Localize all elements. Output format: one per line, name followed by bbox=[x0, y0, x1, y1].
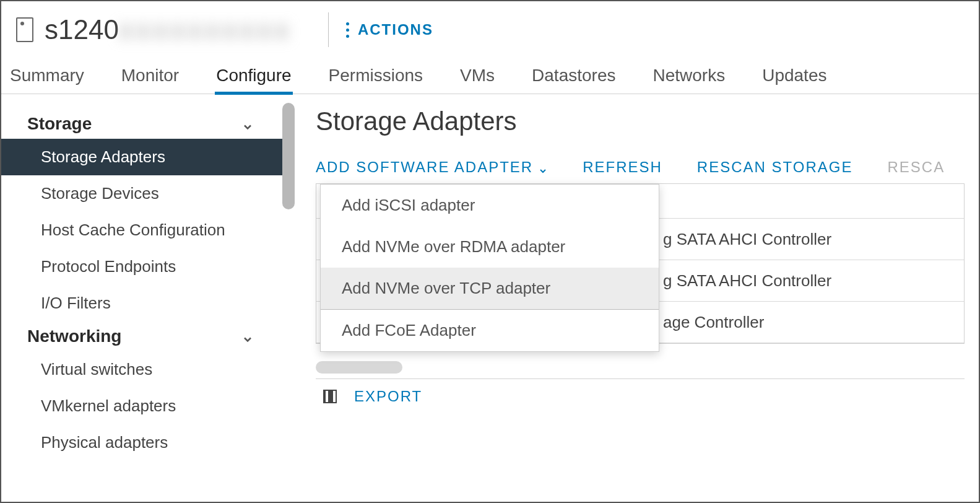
refresh-button[interactable]: REFRESH bbox=[583, 159, 662, 176]
sidebar-section-storage[interactable]: Storage bbox=[1, 109, 285, 139]
tab-summary[interactable]: Summary bbox=[9, 58, 85, 94]
sidebar-item-protocol-endpoints[interactable]: Protocol Endpoints bbox=[1, 248, 285, 285]
tab-monitor[interactable]: Monitor bbox=[120, 58, 180, 94]
body: Storage Storage Adapters Storage Devices… bbox=[1, 94, 979, 502]
dropdown-item-nvme-tcp[interactable]: Add NVMe over TCP adapter bbox=[321, 268, 659, 310]
sidebar-item-vmkernel-adapters[interactable]: VMkernel adapters bbox=[1, 388, 285, 424]
sidebar-item-io-filters[interactable]: I/O Filters bbox=[1, 285, 285, 321]
add-label: ADD SOFTWARE ADAPTER bbox=[316, 159, 533, 176]
section-label: Networking bbox=[27, 326, 121, 346]
tab-networks[interactable]: Networks bbox=[651, 58, 726, 94]
sidebar-item-storage-devices[interactable]: Storage Devices bbox=[1, 175, 285, 212]
page-header: s1240xxxxxxxxxx ACTIONS bbox=[1, 1, 979, 58]
horizontal-scrollbar[interactable] bbox=[316, 361, 952, 372]
columns-icon[interactable] bbox=[323, 390, 337, 403]
chevron-down-icon bbox=[538, 162, 548, 172]
export-button[interactable]: EXPORT bbox=[354, 388, 422, 405]
tab-vms[interactable]: VMs bbox=[459, 58, 496, 94]
config-sidebar: Storage Storage Adapters Storage Devices… bbox=[1, 94, 285, 502]
divider bbox=[328, 12, 329, 47]
rescan-adapter-button[interactable]: RESCA bbox=[887, 159, 945, 176]
tab-datastores[interactable]: Datastores bbox=[531, 58, 617, 94]
page-title: Storage Adapters bbox=[316, 107, 979, 136]
kebab-icon bbox=[346, 22, 349, 38]
dropdown-item-fcoe[interactable]: Add FCoE Adapter bbox=[321, 310, 659, 351]
adapter-toolbar: ADD SOFTWARE ADAPTER REFRESH RESCAN STOR… bbox=[316, 159, 979, 176]
chevron-down-icon bbox=[241, 330, 254, 343]
tab-configure[interactable]: Configure bbox=[215, 58, 292, 94]
main-panel: Storage Adapters ADD SOFTWARE ADAPTER RE… bbox=[285, 94, 979, 502]
actions-button[interactable]: ACTIONS bbox=[346, 21, 433, 38]
sidebar-item-virtual-switches[interactable]: Virtual switches bbox=[1, 351, 285, 388]
section-label: Storage bbox=[27, 114, 92, 134]
sidebar-section-networking[interactable]: Networking bbox=[1, 321, 285, 351]
tab-bar: Summary Monitor Configure Permissions VM… bbox=[1, 58, 979, 94]
chevron-down-icon bbox=[241, 118, 254, 130]
host-name-redacted: xxxxxxxxxx bbox=[119, 14, 292, 45]
table-footer: EXPORT bbox=[316, 378, 965, 405]
dropdown-item-iscsi[interactable]: Add iSCSI adapter bbox=[321, 185, 659, 226]
sidebar-item-physical-adapters[interactable]: Physical adapters bbox=[1, 424, 285, 461]
actions-label: ACTIONS bbox=[358, 21, 433, 38]
adapters-table: Add iSCSI adapter Add NVMe over RDMA ada… bbox=[316, 183, 965, 344]
host-name-text: s1240 bbox=[45, 14, 119, 45]
sidebar-item-host-cache[interactable]: Host Cache Configuration bbox=[1, 212, 285, 248]
add-adapter-dropdown: Add iSCSI adapter Add NVMe over RDMA ada… bbox=[320, 184, 659, 352]
add-software-adapter-button[interactable]: ADD SOFTWARE ADAPTER bbox=[316, 159, 548, 176]
sidebar-item-storage-adapters[interactable]: Storage Adapters bbox=[1, 139, 285, 175]
tab-permissions[interactable]: Permissions bbox=[327, 58, 424, 94]
host-title: s1240xxxxxxxxxx bbox=[45, 14, 292, 45]
scrollbar-thumb[interactable] bbox=[316, 361, 402, 374]
rescan-storage-button[interactable]: RESCAN STORAGE bbox=[697, 159, 853, 176]
dropdown-item-nvme-rdma[interactable]: Add NVMe over RDMA adapter bbox=[321, 226, 659, 268]
host-icon bbox=[16, 17, 33, 42]
tab-updates[interactable]: Updates bbox=[761, 58, 828, 94]
